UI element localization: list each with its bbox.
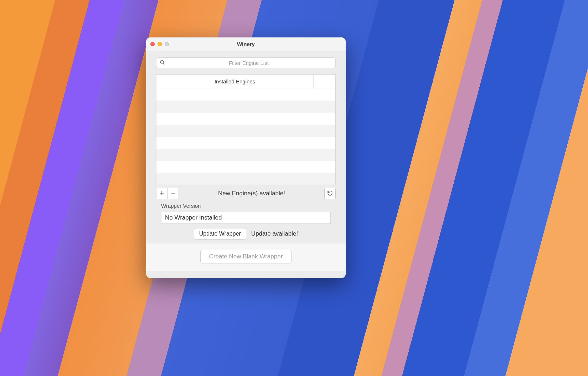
table-header: Installed Engines — [156, 75, 335, 88]
window-title: Winery — [146, 41, 346, 47]
remove-engine-button[interactable] — [167, 188, 179, 199]
table-row — [156, 125, 335, 137]
maximize-window-button[interactable] — [165, 42, 169, 46]
create-blank-wrapper-button[interactable]: Create New Blank Wrapper — [200, 250, 292, 263]
engine-status-text: New Engine(s) available! — [179, 190, 324, 197]
add-engine-button[interactable] — [156, 188, 167, 199]
table-row — [156, 113, 335, 125]
close-window-button[interactable] — [150, 42, 155, 46]
window-body: Installed Engines — [146, 51, 346, 278]
engines-table: Installed Engines — [156, 74, 336, 185]
update-row: Update Wrapper Update available! — [146, 224, 346, 243]
update-status-text: Update available! — [251, 230, 298, 237]
search-icon — [159, 59, 165, 66]
footer-area: Create New Blank Wrapper — [146, 243, 346, 271]
table-row — [156, 137, 335, 149]
table-row — [156, 101, 335, 113]
plus-icon — [159, 190, 165, 198]
table-row — [156, 161, 335, 173]
table-row — [156, 88, 335, 101]
column-installed-engines[interactable]: Installed Engines — [156, 78, 313, 84]
engine-toolbar: New Engine(s) available! — [146, 185, 346, 199]
app-window: Winery Installed Engines — [146, 37, 346, 278]
column-secondary[interactable] — [313, 75, 335, 88]
traffic-lights — [150, 42, 169, 46]
svg-line-1 — [163, 63, 164, 64]
refresh-button[interactable] — [324, 188, 336, 199]
refresh-icon — [327, 190, 333, 197]
minimize-window-button[interactable] — [158, 42, 162, 46]
table-row — [156, 149, 335, 161]
search-input[interactable] — [165, 60, 332, 66]
add-remove-group — [156, 188, 179, 199]
update-wrapper-button[interactable]: Update Wrapper — [194, 228, 246, 239]
wrapper-version-value: No Wrapper Installed — [165, 214, 222, 221]
table-row — [156, 173, 335, 185]
titlebar: Winery — [146, 37, 346, 51]
search-row — [146, 57, 346, 74]
table-body[interactable] — [156, 88, 335, 185]
search-box[interactable] — [156, 57, 336, 68]
wrapper-version-label: Wrapper Version — [146, 199, 346, 212]
wrapper-version-field[interactable]: No Wrapper Installed — [161, 212, 331, 224]
minus-icon — [170, 190, 176, 198]
